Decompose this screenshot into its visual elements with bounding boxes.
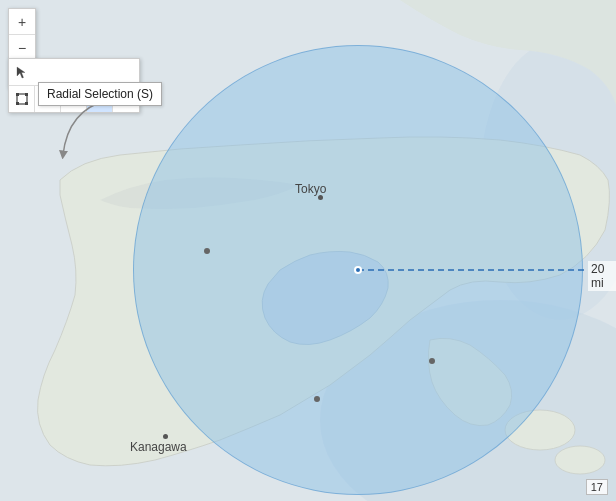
- kanagawa-label: Kanagawa: [130, 440, 187, 454]
- select-tool-button[interactable]: [9, 59, 35, 85]
- kanagawa-dot: [163, 434, 168, 439]
- rectangle-select-icon: [15, 92, 29, 106]
- svg-rect-17: [25, 102, 28, 105]
- scale-badge: 17: [586, 479, 608, 495]
- distance-label: 20 mi: [588, 261, 616, 291]
- data-dot-1: [204, 248, 210, 254]
- rectangle-select-button[interactable]: [9, 86, 35, 112]
- svg-marker-12: [17, 67, 25, 78]
- map-container: 20 mi Tokyo Kanagawa + −: [0, 0, 616, 501]
- zoom-in-button[interactable]: +: [9, 9, 35, 35]
- svg-rect-15: [25, 93, 28, 96]
- tooltip-radial-selection: Radial Selection (S): [38, 82, 162, 106]
- svg-point-4: [555, 446, 605, 474]
- tooltip-text: Radial Selection (S): [47, 87, 153, 101]
- select-arrow-icon: [15, 65, 29, 79]
- data-dot-3: [314, 396, 320, 402]
- tokyo-label: Tokyo: [295, 182, 326, 196]
- data-dot-2: [429, 358, 435, 364]
- svg-rect-16: [16, 102, 19, 105]
- svg-rect-14: [16, 93, 19, 96]
- circle-center-point: [354, 266, 362, 274]
